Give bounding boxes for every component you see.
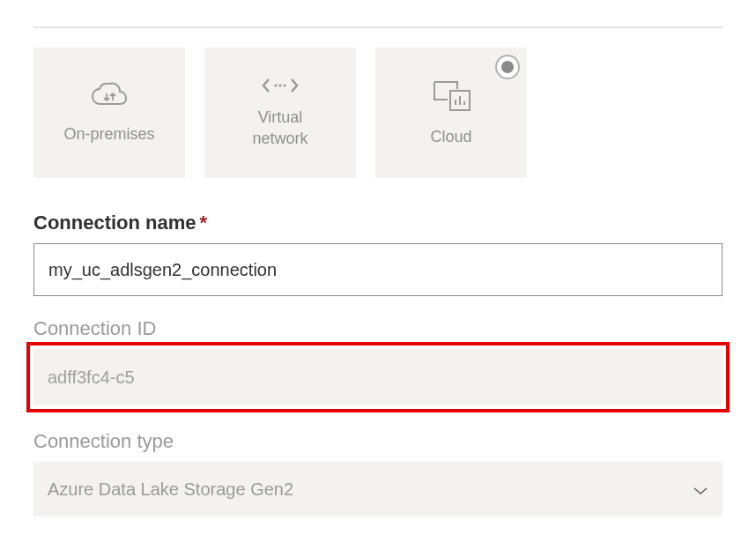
- connection-type-field: Connection type Azure Data Lake Storage …: [33, 430, 723, 516]
- top-separator: [33, 26, 723, 28]
- radio-selected-icon: [495, 55, 520, 79]
- tile-virtual-network[interactable]: Virtual network: [204, 48, 356, 178]
- connection-id-text: adff3fc4-c5: [48, 368, 135, 388]
- required-asterisk: *: [200, 212, 208, 234]
- connection-type-label: Connection type: [33, 430, 723, 453]
- connection-type-tiles: On-premises Virtual network: [33, 48, 723, 178]
- chevron-down-icon: [693, 479, 708, 500]
- tile-label: Virtual network: [252, 107, 308, 150]
- svg-point-1: [278, 84, 281, 86]
- tile-label: On-premises: [63, 123, 154, 145]
- connection-name-input[interactable]: [33, 243, 723, 296]
- cloud-chart-icon: [431, 78, 471, 114]
- connection-id-label: Connection ID: [33, 317, 723, 340]
- connection-id-field: Connection ID: [33, 317, 723, 340]
- tile-label: Cloud: [430, 126, 471, 147]
- connection-type-value: Azure Data Lake Storage Gen2: [48, 479, 293, 500]
- label-text: Connection name: [33, 212, 196, 234]
- tile-cloud[interactable]: Cloud: [375, 48, 527, 178]
- svg-point-0: [274, 84, 277, 86]
- tile-on-premises[interactable]: On-premises: [33, 48, 185, 178]
- cloud-onprem-icon: [90, 81, 129, 111]
- connection-id-highlight: adff3fc4-c5: [26, 342, 730, 412]
- vnet-icon: [261, 77, 300, 94]
- connection-id-value: adff3fc4-c5: [33, 349, 723, 405]
- connection-name-label: Connection name*: [33, 212, 723, 234]
- svg-point-2: [283, 84, 285, 86]
- connection-name-field: Connection name*: [33, 212, 723, 296]
- connection-type-select[interactable]: Azure Data Lake Storage Gen2: [33, 462, 723, 516]
